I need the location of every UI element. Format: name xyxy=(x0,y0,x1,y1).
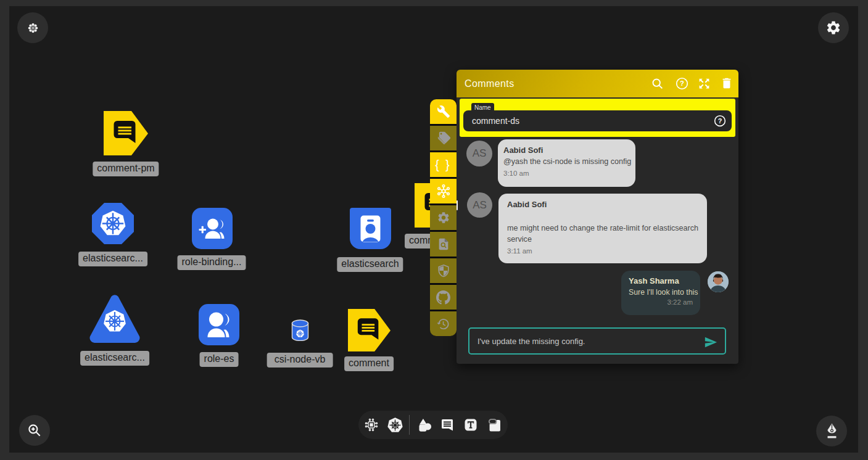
svg-text:?: ? xyxy=(680,80,684,87)
svg-text:?: ? xyxy=(718,117,722,125)
